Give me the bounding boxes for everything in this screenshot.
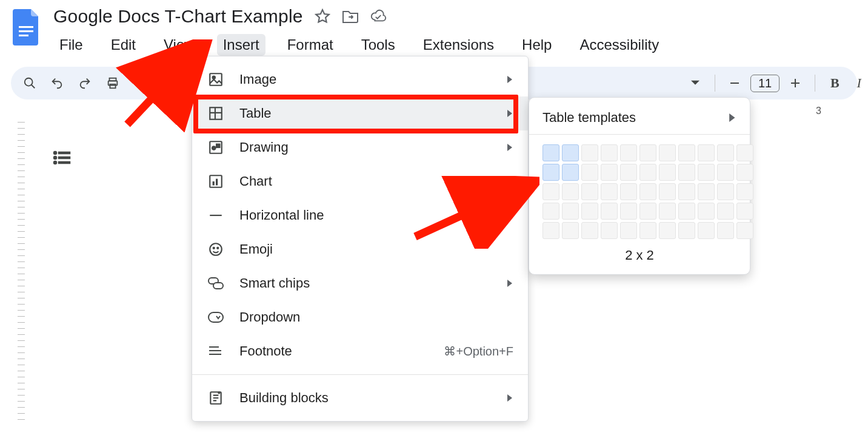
- submenu-arrow-icon: [507, 280, 513, 287]
- table-grid-cell[interactable]: [639, 164, 656, 181]
- table-grid-cell[interactable]: [698, 203, 715, 220]
- menu-item-dropdown[interactable]: Dropdown: [192, 300, 528, 334]
- table-size-grid[interactable]: [529, 144, 750, 239]
- svg-rect-21: [216, 144, 221, 149]
- table-grid-cell[interactable]: [581, 222, 598, 239]
- menu-item-horizontal-line[interactable]: Horizontal line: [192, 198, 528, 232]
- menu-item-building-blocks[interactable]: Building blocks: [192, 381, 528, 415]
- menu-item-emoji[interactable]: Emoji: [192, 232, 528, 266]
- menu-item-file[interactable]: File: [53, 34, 89, 56]
- redo-icon[interactable]: [78, 75, 92, 92]
- table-grid-cell[interactable]: [659, 183, 676, 200]
- table-grid-cell[interactable]: [717, 222, 734, 239]
- table-templates-label[interactable]: Table templates: [542, 110, 636, 126]
- table-grid-cell[interactable]: [639, 183, 656, 200]
- table-grid-cell[interactable]: [678, 144, 695, 161]
- cloud-status-icon[interactable]: [370, 8, 387, 25]
- bold-button[interactable]: B: [826, 75, 843, 92]
- table-submenu: Table templates 2 x 2: [529, 97, 750, 275]
- table-grid-cell[interactable]: [678, 222, 695, 239]
- menu-item-footnote[interactable]: Footnote⌘+Option+F: [192, 334, 528, 368]
- table-grid-cell[interactable]: [659, 222, 676, 239]
- svg-rect-13: [59, 157, 70, 158]
- styles-dropdown-icon[interactable]: [687, 75, 704, 92]
- menu-item-drawing[interactable]: Drawing: [192, 130, 528, 164]
- table-grid-cell[interactable]: [542, 203, 559, 220]
- table-grid-cell[interactable]: [698, 183, 715, 200]
- table-grid-cell[interactable]: [678, 203, 695, 220]
- menu-item-insert[interactable]: Insert: [217, 34, 265, 56]
- menu-item-tools[interactable]: Tools: [355, 34, 401, 56]
- table-grid-cell[interactable]: [562, 183, 579, 200]
- table-grid-cell[interactable]: [659, 203, 676, 220]
- table-grid-cell[interactable]: [562, 203, 579, 220]
- table-grid-cell[interactable]: [717, 144, 734, 161]
- svg-rect-9: [795, 79, 796, 87]
- table-grid-cell[interactable]: [698, 222, 715, 239]
- star-icon[interactable]: [314, 8, 331, 25]
- table-grid-cell[interactable]: [601, 222, 618, 239]
- menu-item-extensions[interactable]: Extensions: [417, 34, 500, 56]
- table-grid-cell[interactable]: [717, 164, 734, 181]
- table-grid-cell[interactable]: [639, 144, 656, 161]
- search-icon[interactable]: [23, 75, 36, 92]
- docs-logo[interactable]: [11, 6, 42, 49]
- table-grid-cell[interactable]: [562, 222, 579, 239]
- menu-item-chart[interactable]: Chart: [192, 164, 528, 198]
- spellcheck-icon[interactable]: [133, 75, 149, 92]
- table-grid-cell[interactable]: [620, 222, 637, 239]
- menu-item-help[interactable]: Help: [516, 34, 558, 56]
- menu-item-table[interactable]: Table: [192, 96, 528, 130]
- table-grid-cell[interactable]: [659, 164, 676, 181]
- table-grid-cell[interactable]: [581, 164, 598, 181]
- table-grid-cell[interactable]: [620, 144, 637, 161]
- undo-icon[interactable]: [50, 75, 64, 92]
- table-grid-cell[interactable]: [736, 164, 753, 181]
- table-grid-cell[interactable]: [601, 183, 618, 200]
- table-grid-cell[interactable]: [601, 144, 618, 161]
- table-grid-cell[interactable]: [736, 144, 753, 161]
- table-grid-cell[interactable]: [639, 203, 656, 220]
- table-grid-cell[interactable]: [542, 164, 559, 181]
- table-grid-cell[interactable]: [698, 144, 715, 161]
- print-icon[interactable]: [105, 75, 120, 92]
- menu-item-format[interactable]: Format: [281, 34, 339, 56]
- table-grid-cell[interactable]: [736, 183, 753, 200]
- menu-item-smart-chips[interactable]: Smart chips: [192, 266, 528, 300]
- table-grid-cell[interactable]: [562, 144, 579, 161]
- table-grid-cell[interactable]: [562, 164, 579, 181]
- table-grid-cell[interactable]: [542, 222, 559, 239]
- font-size-input[interactable]: 11: [750, 75, 780, 92]
- table-grid-cell[interactable]: [601, 164, 618, 181]
- menu-item-label: Chart: [239, 174, 272, 189]
- table-grid-cell[interactable]: [678, 164, 695, 181]
- doc-title[interactable]: Google Docs T-Chart Example: [53, 6, 303, 27]
- table-grid-cell[interactable]: [678, 183, 695, 200]
- toolbar-separator: [715, 75, 715, 92]
- table-grid-cell[interactable]: [581, 144, 598, 161]
- outline-toggle-icon[interactable]: [50, 146, 74, 170]
- menu-item-accessibility[interactable]: Accessibility: [573, 34, 665, 56]
- table-grid-cell[interactable]: [717, 203, 734, 220]
- table-grid-cell[interactable]: [620, 164, 637, 181]
- table-grid-cell[interactable]: [542, 183, 559, 200]
- table-grid-cell[interactable]: [736, 222, 753, 239]
- table-grid-cell[interactable]: [601, 203, 618, 220]
- table-grid-cell[interactable]: [698, 164, 715, 181]
- table-grid-cell[interactable]: [581, 203, 598, 220]
- font-size-increase-icon[interactable]: [787, 75, 804, 92]
- table-grid-cell[interactable]: [639, 222, 656, 239]
- table-grid-cell[interactable]: [542, 144, 559, 161]
- italic-button[interactable]: I: [850, 75, 867, 92]
- table-grid-cell[interactable]: [620, 183, 637, 200]
- menu-item-image[interactable]: Image: [192, 62, 528, 96]
- table-grid-cell[interactable]: [736, 203, 753, 220]
- table-grid-cell[interactable]: [620, 203, 637, 220]
- table-grid-cell[interactable]: [717, 183, 734, 200]
- move-folder-icon[interactable]: [342, 8, 359, 25]
- table-grid-cell[interactable]: [581, 183, 598, 200]
- menu-item-view[interactable]: View: [158, 34, 201, 56]
- menu-item-edit[interactable]: Edit: [105, 34, 142, 56]
- table-grid-cell[interactable]: [659, 144, 676, 161]
- font-size-decrease-icon[interactable]: [726, 75, 743, 92]
